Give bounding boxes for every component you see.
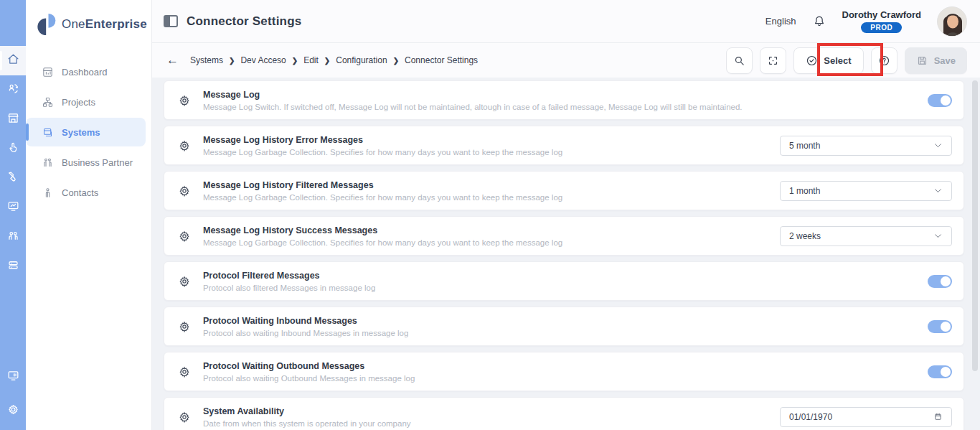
gear-icon <box>177 274 192 289</box>
chevron-down-icon <box>933 141 943 150</box>
panel-toggle-icon[interactable] <box>164 15 178 27</box>
page-title: Connector Settings <box>187 14 301 29</box>
save-button[interactable]: Save <box>905 47 967 74</box>
back-arrow-icon[interactable]: ← <box>166 53 179 67</box>
users-sync-icon <box>6 82 20 98</box>
focus-icon <box>767 55 779 67</box>
sidebar-item-contacts[interactable]: Contacts <box>26 178 146 207</box>
rail-item-store[interactable] <box>0 105 26 134</box>
help-button[interactable] <box>871 47 897 74</box>
rail-item-monitor-apps[interactable] <box>0 363 26 392</box>
toolbar: ← Systems ❯ Dev Acceso ❯ Edit ❯ Configur… <box>152 43 980 78</box>
rail-item-monitor-chart[interactable] <box>0 193 26 223</box>
focus-mode-button[interactable] <box>760 47 786 74</box>
business-partner-icon <box>42 156 54 169</box>
settings-list: Message Log Message Log Switch. If switc… <box>152 78 980 430</box>
rail-item-server-stack[interactable] <box>0 252 26 281</box>
sidebar-item-projects[interactable]: Projects <box>26 88 146 116</box>
dropdown-select[interactable]: 2 weeks <box>780 226 952 246</box>
breadcrumb-dev-acceso[interactable]: Dev Acceso <box>240 55 286 65</box>
sidebar-item-label: Projects <box>62 97 95 108</box>
gear-icon <box>177 410 192 424</box>
brand-name: OneEnterprise <box>62 17 147 32</box>
toggle-switch[interactable] <box>928 320 952 333</box>
setting-title: Protocol Waiting Inbound Messages <box>203 316 928 326</box>
breadcrumb-configuration[interactable]: Configuration <box>336 55 387 65</box>
setting-description: Message Log Switch. If switched off, Mes… <box>203 103 928 111</box>
setting-description: Date from when this system is operated i… <box>203 419 780 428</box>
gear-icon <box>6 403 20 419</box>
sidebar: OneEnterprise Dashboard Projects Systems… <box>26 0 152 430</box>
contacts-icon <box>42 187 54 199</box>
breadcrumb-systems[interactable]: Systems <box>190 55 223 65</box>
search-icon <box>733 55 745 67</box>
gear-icon <box>177 229 192 243</box>
setting-description: Message Log Garbage Collection. Specifie… <box>203 238 780 247</box>
rail-item-users-sync[interactable] <box>0 75 26 105</box>
gear-icon <box>177 139 192 153</box>
rail-item-home[interactable] <box>0 46 26 75</box>
dropdown-select[interactable]: 1 month <box>780 181 952 201</box>
setting-row: Message Log History Filtered Messages Me… <box>164 171 964 210</box>
select-button[interactable]: Select <box>793 47 863 74</box>
server-stack-icon <box>6 258 20 275</box>
date-value: 01/01/1970 <box>789 412 832 422</box>
toggle-switch[interactable] <box>928 365 952 378</box>
brush-icon <box>6 170 20 187</box>
user-avatar[interactable] <box>937 6 967 37</box>
dropdown-value: 5 month <box>789 141 820 151</box>
brand-logo-mark <box>36 11 60 37</box>
notifications-bell-icon[interactable] <box>812 14 826 29</box>
sidebar-item-label: Business Partner <box>62 157 133 168</box>
dropdown-select[interactable]: 5 month <box>780 136 952 156</box>
rail-item-brush[interactable] <box>0 164 26 193</box>
setting-row: Message Log Message Log Switch. If switc… <box>164 80 964 120</box>
gear-icon <box>177 319 192 334</box>
sidebar-item-dashboard[interactable]: Dashboard <box>26 57 146 86</box>
dashboard-icon <box>42 66 54 78</box>
monitor-apps-icon <box>6 369 20 385</box>
setting-description: Protocol also waiting Outbound Messages … <box>203 374 928 383</box>
save-button-label: Save <box>934 55 956 66</box>
chevron-down-icon <box>933 231 943 240</box>
systems-icon <box>42 126 54 139</box>
monitor-chart-icon <box>6 200 20 216</box>
app-window: OneEnterprise Dashboard Projects Systems… <box>0 0 980 430</box>
setting-title: Message Log History Filtered Messages <box>203 180 780 190</box>
chevron-right-icon: ❯ <box>393 57 399 65</box>
setting-row: Message Log History Error Messages Messa… <box>164 126 964 165</box>
search-button[interactable] <box>726 47 753 74</box>
setting-description: Message Log Garbage Collection. Specifie… <box>203 193 780 202</box>
sidebar-item-label: Systems <box>62 127 100 138</box>
setting-description: Protocol also waiting Inbound Messages i… <box>203 329 928 337</box>
sidebar-item-business-partner[interactable]: Business Partner <box>26 148 146 177</box>
setting-row: System Availability Date from when this … <box>164 397 964 430</box>
rail-item-partners[interactable] <box>0 223 26 252</box>
gear-icon <box>177 184 192 198</box>
environment-badge[interactable]: PROD <box>861 22 902 33</box>
gear-icon <box>177 365 192 379</box>
breadcrumb-edit[interactable]: Edit <box>303 55 319 65</box>
setting-row: Protocol Waiting Inbound Messages Protoc… <box>164 307 964 346</box>
store-icon <box>6 111 20 128</box>
toggle-switch[interactable] <box>928 94 952 107</box>
chevron-right-icon: ❯ <box>292 57 298 65</box>
dropdown-value: 1 month <box>789 186 820 196</box>
toggle-switch[interactable] <box>928 275 952 288</box>
touch-icon <box>6 141 20 157</box>
setting-title: Message Log History Success Messages <box>203 225 780 235</box>
sidebar-item-systems[interactable]: Systems <box>26 118 146 146</box>
scrollbar-thumb[interactable] <box>972 80 978 371</box>
breadcrumb: Systems ❯ Dev Acceso ❯ Edit ❯ Configurat… <box>190 55 478 65</box>
setting-title: Message Log <box>203 90 928 100</box>
rail-item-touch[interactable] <box>0 134 26 164</box>
date-input[interactable]: 01/01/1970 <box>780 407 952 427</box>
dropdown-value: 2 weeks <box>789 231 821 241</box>
setting-description: Protocol also filtered Messages in messa… <box>203 284 928 292</box>
chevron-down-icon <box>933 186 943 195</box>
rail-item-settings[interactable] <box>0 396 26 426</box>
breadcrumb-connector-settings[interactable]: Connector Settings <box>405 55 478 65</box>
setting-row: Protocol Waiting Outbound Messages Proto… <box>164 352 964 391</box>
setting-title: Protocol Filtered Messages <box>203 271 928 281</box>
language-selector[interactable]: English <box>765 16 796 27</box>
